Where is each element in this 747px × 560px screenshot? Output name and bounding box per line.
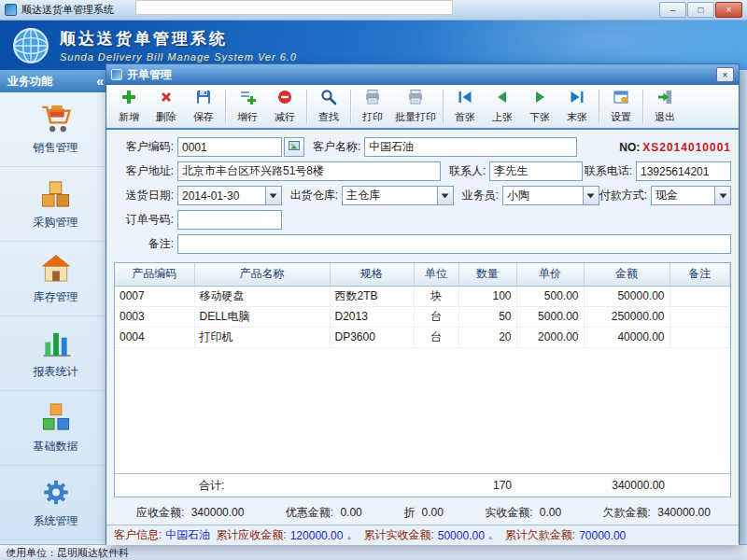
- customer-browse-button[interactable]: [284, 137, 304, 157]
- chevron-down-icon[interactable]: [714, 187, 730, 204]
- address-input[interactable]: [177, 161, 441, 181]
- minimize-button[interactable]: –: [659, 2, 686, 18]
- bill-form: 客户编码: 客户名称: NO: XS2014010001 客户地址: 联系人:: [106, 130, 739, 260]
- col-header-amount[interactable]: 金额: [584, 263, 669, 286]
- product-table: 产品编码 产品名称 规格 单位 数量 单价 金额 备注 0007 移动硬盘 西数: [115, 263, 730, 348]
- total-qty: 170: [458, 479, 516, 492]
- sidebar-item-reports[interactable]: 报表统计: [0, 316, 111, 391]
- address-label: 客户地址:: [114, 163, 174, 179]
- cell-remark: [669, 306, 730, 327]
- order-no-input[interactable]: [177, 210, 282, 230]
- cell-product-code: 0004: [115, 327, 194, 347]
- col-header-spec[interactable]: 规格: [330, 263, 414, 286]
- total-amount: 340000.00: [584, 479, 669, 492]
- last-record-icon: [569, 89, 585, 108]
- debt-amount: 欠款金额: 340000.00: [603, 505, 711, 521]
- cell-qty: 50: [458, 306, 516, 327]
- sidebar-item-inventory[interactable]: 库存管理: [0, 242, 111, 316]
- toolbar-exit-button[interactable]: 退出: [646, 86, 684, 127]
- sidebar-item-purchase[interactable]: 采购管理: [0, 167, 111, 242]
- cell-remark: [669, 286, 730, 306]
- toolbar-search-button[interactable]: 查找: [310, 86, 347, 127]
- payment-select[interactable]: 现金: [651, 186, 731, 205]
- salesman-select[interactable]: 小陶: [502, 186, 599, 205]
- cell-product-name: 打印机: [194, 327, 330, 347]
- col-header-product-code[interactable]: 产品编码: [115, 263, 194, 286]
- customer-info-value: 中国石油: [165, 527, 210, 543]
- toolbar-new-button[interactable]: 新增: [110, 86, 148, 127]
- toolbar-separator: [306, 90, 307, 123]
- chevron-down-icon[interactable]: [583, 187, 599, 204]
- discount-rate: 折 0.00: [403, 505, 444, 521]
- sidebar-item-basedata[interactable]: 基础数据: [0, 391, 111, 466]
- sidebar-item-system[interactable]: 系统管理: [0, 466, 111, 540]
- toolbar-save-button[interactable]: 保存: [185, 86, 222, 127]
- chevron-down-icon[interactable]: [265, 187, 281, 204]
- col-header-unit[interactable]: 单位: [414, 263, 458, 286]
- toolbar-print-button[interactable]: 打印: [354, 86, 391, 127]
- warehouse-select[interactable]: 主仓库: [342, 186, 454, 205]
- printer-icon: [364, 89, 381, 108]
- chevron-down-icon[interactable]: [437, 187, 453, 204]
- toolbar-batch-print-button[interactable]: 批量打印: [391, 86, 440, 127]
- cell-price: 500.00: [516, 286, 584, 306]
- close-button[interactable]: ×: [715, 2, 742, 18]
- bill-no-label: NO:: [619, 141, 640, 154]
- col-header-product-name[interactable]: 产品名称: [194, 263, 330, 286]
- grid-empty-area: [115, 348, 730, 474]
- table-row[interactable]: 0007 移动硬盘 西数2TB 块 100 500.00 50000.00: [115, 286, 730, 306]
- sidebar-item-sales[interactable]: 销售管理: [0, 92, 111, 167]
- remark-input[interactable]: [177, 234, 731, 254]
- total-debt-label: 累计欠款金额:: [505, 527, 575, 543]
- app-window: 顺达送货单管理系统 – □ × 顺达送货单管理系统 Sunda Delivery…: [0, 0, 747, 560]
- toolbar-separator: [225, 90, 226, 123]
- collapse-sidebar-button[interactable]: «: [96, 75, 104, 88]
- red-x-icon: [158, 89, 175, 108]
- settings-window-icon: [613, 89, 629, 108]
- payment-label: 付款方式:: [599, 188, 647, 203]
- statusbar-panel: [135, 0, 453, 15]
- total-received-label: 累计实收金额:: [363, 527, 433, 543]
- total-debt-value: 70000.00: [579, 529, 626, 542]
- phone-input[interactable]: [636, 161, 731, 181]
- delivery-date-picker[interactable]: 2014-01-30: [177, 186, 282, 205]
- toolbar-remove-row-button[interactable]: 减行: [266, 86, 303, 127]
- customer-name-input[interactable]: [364, 137, 577, 157]
- minus-circle-icon: [276, 89, 293, 108]
- grid-total-row: 合计: 170 340000.00: [115, 473, 730, 497]
- cell-product-name: 移动硬盘: [194, 286, 330, 306]
- customer-code-label: 客户编码:: [114, 139, 174, 155]
- dialog-toolbar: 新增 删除 保存 增行 减行 查找: [106, 85, 739, 130]
- delivery-date-label: 送货日期:: [114, 188, 174, 203]
- toolbar-add-row-button[interactable]: 增行: [229, 86, 266, 127]
- maximize-button[interactable]: □: [687, 2, 714, 18]
- customer-name-label: 客户名称:: [313, 139, 360, 155]
- col-header-remark[interactable]: 备注: [669, 263, 730, 286]
- toolbar-delete-button[interactable]: 删除: [148, 86, 185, 127]
- shopping-cart-icon: [38, 104, 74, 137]
- billing-dialog: 开单管理 × 新增 删除 保存 增行 减行: [106, 63, 740, 544]
- salesman-label: 业务员:: [462, 188, 499, 203]
- toolbar-settings-button[interactable]: 设置: [602, 86, 640, 127]
- total-receivable-label: 累计应收金额:: [216, 527, 286, 543]
- total-received-value: 50000.00: [438, 529, 485, 542]
- toolbar-prev-button[interactable]: 上张: [484, 86, 521, 127]
- window-title: 顺达送货单管理系统: [21, 3, 114, 17]
- table-row[interactable]: 0003 DELL电脑 D2013 台 50 5000.00 250000.00: [115, 306, 730, 327]
- col-header-qty[interactable]: 数量: [458, 263, 516, 286]
- dialog-title: 开单管理: [127, 67, 172, 83]
- col-header-price[interactable]: 单价: [516, 263, 584, 286]
- warehouse-label: 出货仓库:: [290, 188, 338, 203]
- customer-code-input[interactable]: [177, 137, 282, 157]
- app-title: 顺达送货单管理系统: [60, 28, 297, 49]
- table-row[interactable]: 0004 打印机 DP3600 台 20 2000.00 40000.00: [115, 327, 730, 347]
- toolbar-separator: [443, 90, 444, 123]
- bar-chart-icon: [39, 328, 73, 361]
- toolbar-last-button[interactable]: 末张: [558, 86, 596, 127]
- sidebar-header: 业务功能 «: [0, 70, 111, 92]
- contact-input[interactable]: [489, 161, 583, 181]
- dialog-close-button[interactable]: ×: [716, 67, 734, 82]
- dialog-titlebar[interactable]: 开单管理 ×: [106, 64, 739, 85]
- toolbar-next-button[interactable]: 下张: [521, 86, 558, 127]
- toolbar-first-button[interactable]: 首张: [446, 86, 484, 127]
